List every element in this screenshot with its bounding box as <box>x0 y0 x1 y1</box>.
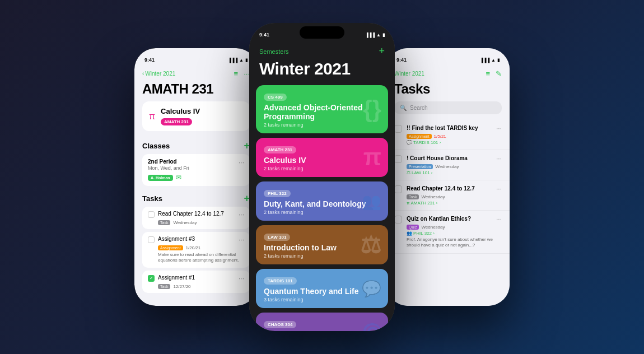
course-card-tardis101[interactable]: TARDIS 101 Quantum Theory and Life 3 tas… <box>256 269 388 308</box>
right-task-item[interactable]: !! Find the lost TARDIS key ··· Assignme… <box>386 120 510 150</box>
mail-icon[interactable]: ✉ <box>176 174 181 181</box>
task-title: Quiz on Kantian Ethics? <box>407 215 471 222</box>
course-card-phil322[interactable]: PHIL 322 Duty, Kant, and Deontology 2 ta… <box>256 181 388 221</box>
task-date: 1/20/21 <box>186 245 201 250</box>
course-watermark: 👥 <box>362 192 381 211</box>
course-link[interactable]: ⚖ LAW 101 › <box>407 170 502 175</box>
hero-card[interactable]: π Calculus IV AMATH 231 <box>142 101 250 131</box>
teacher-tag: A. Holman <box>148 175 173 181</box>
left-status-bar: 9:41 ▐▐▐ ▲ ▮ <box>134 48 258 68</box>
course-card-cs499[interactable]: CS 499 Advanced Object-Oriented Programm… <box>256 85 388 133</box>
course-card-chaos304[interactable]: CHAOS 304 Remedial Chaos Theory 🌀 <box>256 313 388 331</box>
signal-icon: ▐▐▐ <box>480 58 489 63</box>
task-more-icon[interactable]: ··· <box>239 274 244 282</box>
task-checkbox[interactable] <box>394 216 402 223</box>
course-badge: CHAOS 304 <box>264 321 296 328</box>
task-badge: Task <box>158 284 170 289</box>
back-label: Winter 2021 <box>145 71 175 77</box>
task-item[interactable]: ✓ Assignment #1 ··· Task 12/27/20 <box>142 271 250 293</box>
course-badge: AMATH 231 <box>264 146 296 153</box>
task-checkbox[interactable] <box>148 211 155 218</box>
right-task-item[interactable]: Read Chapter 12.4 to 12.7 ··· Task Wedne… <box>386 180 510 211</box>
hero-icon: π <box>149 111 155 122</box>
right-screen: 9:41 ▐▐▐ ▲ ▮ Winter 2021 ≡ ✎ Tasks 🔍 <box>386 48 510 306</box>
task-checkbox[interactable] <box>148 236 155 243</box>
task-more-icon[interactable]: ··· <box>239 236 244 244</box>
task-checkbox[interactable] <box>394 155 402 163</box>
right-back-button[interactable]: Winter 2021 <box>394 71 424 77</box>
right-time: 9:41 <box>396 57 407 63</box>
hero-title: Calculus IV <box>161 107 200 115</box>
course-sub: 2 tasks remaining <box>264 209 380 215</box>
task-checkbox-checked[interactable]: ✓ <box>148 275 155 282</box>
course-card-amath231[interactable]: AMATH 231 Calculus IV 2 tasks remaining … <box>256 138 388 177</box>
task-checkbox[interactable] <box>394 125 402 133</box>
back-button[interactable]: ‹ Winter 2021 <box>142 71 175 77</box>
add-semester-button[interactable]: + <box>379 45 385 57</box>
tasks-header: Tasks + <box>134 189 258 207</box>
assignment-badge: Assignment <box>407 134 432 139</box>
course-watermark: 🌀 <box>362 323 381 332</box>
task-more-icon[interactable]: ··· <box>239 211 244 218</box>
course-link[interactable]: 👥 PHIL 322 › <box>407 231 502 236</box>
center-status-icons: ▐▐▐ ▲ ▮ <box>365 32 385 38</box>
task-date: Wednesday <box>421 225 445 230</box>
left-title: AMATH 231 <box>134 80 258 101</box>
more-icon[interactable]: ··· <box>496 124 502 132</box>
task-title: Read Chapter 12.4 to 12.7 <box>158 211 235 217</box>
tasks-label: Tasks <box>142 194 162 203</box>
task-title: Assignment #1 <box>158 274 235 281</box>
course-watermark: π <box>363 144 381 171</box>
wifi-icon: ▲ <box>239 58 244 63</box>
right-task-item[interactable]: Quiz on Kantian Ethics? ··· Quiz Wednesd… <box>386 211 510 254</box>
class-item[interactable]: 2nd Period Mon, Wed, and Fri ··· A. Holm… <box>142 154 250 186</box>
task-item[interactable]: Read Chapter 12.4 to 12.7 ··· Task Wedne… <box>142 207 250 229</box>
more-icon[interactable]: ··· <box>496 215 502 223</box>
more-icon[interactable]: ··· <box>496 155 502 162</box>
more-icon[interactable]: ··· <box>496 185 502 193</box>
left-phone: 9:41 ▐▐▐ ▲ ▮ ‹ Winter 2021 ≡ ··· <box>134 48 258 306</box>
nav-icons: ≡ ··· <box>234 69 250 78</box>
task-item[interactable]: Assignment #3 ··· Assignment 1/20/21 Mak… <box>142 232 250 268</box>
course-watermark: ⚖ <box>360 231 381 259</box>
course-link[interactable]: 💬 TARDIS 101 › <box>407 140 502 145</box>
course-name: TARDIS 101 › <box>413 140 441 145</box>
course-name: LAW 101 › <box>412 170 433 175</box>
task-date: Wednesday <box>435 164 459 169</box>
wifi-icon: ▲ <box>491 58 496 63</box>
course-card-law101[interactable]: LAW 101 Introduction to Law 2 tasks rema… <box>256 225 388 264</box>
task-badge: Task <box>407 194 419 199</box>
course-sub: 3 tasks remaining <box>264 297 380 302</box>
filter-icon[interactable]: ≡ <box>234 69 239 78</box>
course-badge: PHIL 322 <box>264 190 291 197</box>
search-placeholder: Search <box>410 105 428 111</box>
class-more-icon[interactable]: ··· <box>239 159 244 166</box>
task-title: Read Chapter 12.4 to 12.7 <box>407 185 475 192</box>
classes-label: Classes <box>142 142 170 150</box>
task-checkbox[interactable] <box>394 185 402 193</box>
right-back-nav: Winter 2021 ≡ ✎ <box>386 68 510 80</box>
center-title: Winter 2021 <box>249 58 395 85</box>
right-status-bar: 9:41 ▐▐▐ ▲ ▮ <box>386 48 510 68</box>
signal-icon: ▐▐▐ <box>228 58 237 63</box>
presentation-badge: Presentation <box>407 164 433 169</box>
left-back-nav: ‹ Winter 2021 ≡ ··· <box>134 68 258 80</box>
course-link[interactable]: π AMATH 231 › <box>407 201 502 206</box>
task-description: Prof. Anagonye isn't sure about whether … <box>407 237 502 249</box>
course-name: PHIL 322 › <box>413 231 435 236</box>
course-title: Calculus IV <box>264 156 380 165</box>
left-time: 9:41 <box>144 57 155 63</box>
filter-icon[interactable]: ≡ <box>486 69 490 78</box>
search-bar[interactable]: 🔍 Search <box>394 101 502 114</box>
right-task-item[interactable]: ! Court House Diorama ··· Presentation W… <box>386 150 510 180</box>
semesters-nav: Semesters + <box>249 43 395 58</box>
task-date: Wednesday <box>173 220 197 225</box>
course-watermark: 💬 <box>362 280 381 298</box>
edit-icon[interactable]: ✎ <box>496 69 502 78</box>
center-time: 9:41 <box>259 32 269 38</box>
left-status-icons: ▐▐▐ ▲ ▮ <box>228 58 248 63</box>
battery-icon: ▮ <box>382 32 385 38</box>
course-sub: 2 tasks remaining <box>264 122 380 128</box>
semesters-label[interactable]: Semesters <box>259 48 289 55</box>
left-screen: 9:41 ▐▐▐ ▲ ▮ ‹ Winter 2021 ≡ ··· <box>134 48 258 306</box>
